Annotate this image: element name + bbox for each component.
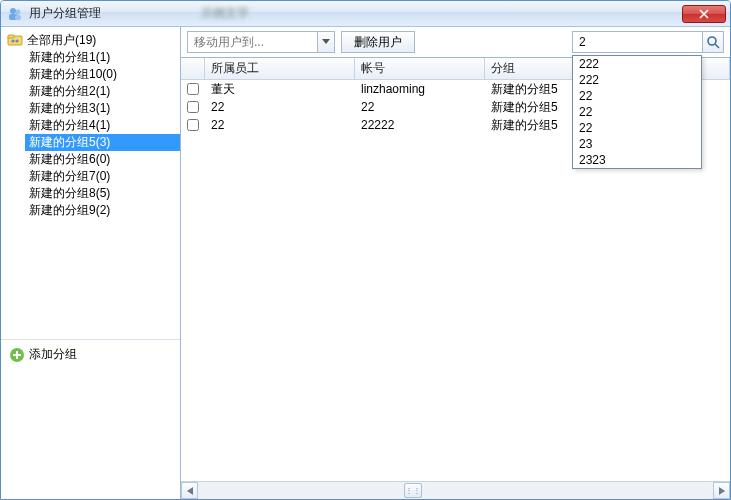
tree-children: 新建的分组1(1)新建的分组10(0)新建的分组2(1)新建的分组3(1)新建的…	[5, 49, 180, 219]
svg-point-1	[16, 9, 21, 14]
header-checkbox-cell[interactable]	[181, 58, 205, 79]
suggestion-item[interactable]: 22	[573, 120, 701, 136]
row-checkbox[interactable]	[187, 119, 199, 131]
tree-item[interactable]: 新建的分组6(0)	[25, 151, 180, 168]
titlebar[interactable]: 用户分组管理 示例文字	[1, 1, 730, 27]
search-box	[572, 31, 724, 53]
sidebar-footer: 添加分组	[1, 339, 180, 499]
arrow-left-icon	[187, 487, 193, 495]
svg-point-9	[708, 37, 716, 45]
app-window: 用户分组管理 示例文字 全部用户(19) 新建的分组1(1)新建的分组10(0)…	[0, 0, 731, 500]
close-button[interactable]	[682, 5, 726, 23]
window-body: 全部用户(19) 新建的分组1(1)新建的分组10(0)新建的分组2(1)新建的…	[1, 27, 730, 499]
search-input[interactable]	[572, 31, 702, 53]
add-group-label: 添加分组	[29, 346, 77, 363]
window-title: 用户分组管理	[29, 5, 101, 22]
suggestion-item[interactable]: 2323	[573, 152, 701, 168]
tree-item[interactable]: 新建的分组1(1)	[25, 49, 180, 66]
toolbar: 删除用户	[181, 27, 730, 57]
svg-point-7	[15, 39, 18, 42]
add-group-button[interactable]: 添加分组	[9, 346, 172, 363]
svg-point-0	[10, 8, 16, 14]
row-checkbox-cell	[181, 83, 205, 95]
suggestion-item[interactable]: 222	[573, 72, 701, 88]
move-user-combo[interactable]	[187, 31, 335, 53]
suggestion-item[interactable]: 22	[573, 104, 701, 120]
move-user-dropdown-button[interactable]	[317, 31, 335, 53]
row-checkbox[interactable]	[187, 101, 199, 113]
window-subtitle-blurred: 示例文字	[201, 5, 249, 22]
scroll-track[interactable]: ⋮⋮	[198, 482, 713, 499]
cell-account: 22222	[355, 118, 485, 132]
scroll-thumb[interactable]: ⋮⋮	[404, 483, 422, 498]
delete-user-label: 删除用户	[354, 34, 402, 51]
scroll-left-button[interactable]	[181, 482, 198, 499]
svg-rect-3	[15, 15, 21, 20]
arrow-right-icon	[719, 487, 725, 495]
main-panel: 删除用户 所属员工 帐号 分组	[181, 27, 730, 499]
tree-root-all-users[interactable]: 全部用户(19)	[5, 31, 180, 49]
sidebar: 全部用户(19) 新建的分组1(1)新建的分组10(0)新建的分组2(1)新建的…	[1, 27, 181, 499]
tree-item[interactable]: 新建的分组8(5)	[25, 185, 180, 202]
tree-item[interactable]: 新建的分组3(1)	[25, 100, 180, 117]
cell-account: linzhaoming	[355, 82, 485, 96]
svg-line-10	[715, 44, 719, 48]
suggestion-item[interactable]: 23	[573, 136, 701, 152]
header-account[interactable]: 帐号	[355, 58, 485, 79]
search-icon	[706, 35, 720, 49]
chevron-down-icon	[322, 39, 330, 45]
svg-rect-5	[8, 35, 14, 38]
cell-employee: 22	[205, 118, 355, 132]
row-checkbox[interactable]	[187, 83, 199, 95]
cell-employee: 董天	[205, 81, 355, 98]
scroll-right-button[interactable]	[713, 482, 730, 499]
cell-account: 22	[355, 100, 485, 114]
search-suggestions-dropdown[interactable]: 222222222222232323	[572, 55, 702, 169]
suggestion-item[interactable]: 22	[573, 88, 701, 104]
row-checkbox-cell	[181, 101, 205, 113]
tree-item[interactable]: 新建的分组10(0)	[25, 66, 180, 83]
horizontal-scrollbar[interactable]: ⋮⋮	[181, 481, 730, 499]
delete-user-button[interactable]: 删除用户	[341, 31, 415, 53]
cell-employee: 22	[205, 100, 355, 114]
suggestion-item[interactable]: 222	[573, 56, 701, 72]
group-tree: 全部用户(19) 新建的分组1(1)新建的分组10(0)新建的分组2(1)新建的…	[1, 27, 180, 339]
svg-point-6	[11, 39, 14, 42]
tree-item[interactable]: 新建的分组4(1)	[25, 117, 180, 134]
tree-root-label: 全部用户(19)	[27, 32, 96, 49]
folder-users-icon	[7, 32, 23, 48]
user-group-icon	[7, 6, 23, 22]
close-icon	[699, 9, 709, 19]
plus-icon	[9, 347, 25, 363]
tree-item[interactable]: 新建的分组5(3)	[25, 134, 180, 151]
tree-item[interactable]: 新建的分组2(1)	[25, 83, 180, 100]
row-checkbox-cell	[181, 119, 205, 131]
tree-item[interactable]: 新建的分组9(2)	[25, 202, 180, 219]
search-button[interactable]	[702, 31, 724, 53]
move-user-input[interactable]	[187, 31, 317, 53]
header-employee[interactable]: 所属员工	[205, 58, 355, 79]
tree-item[interactable]: 新建的分组7(0)	[25, 168, 180, 185]
